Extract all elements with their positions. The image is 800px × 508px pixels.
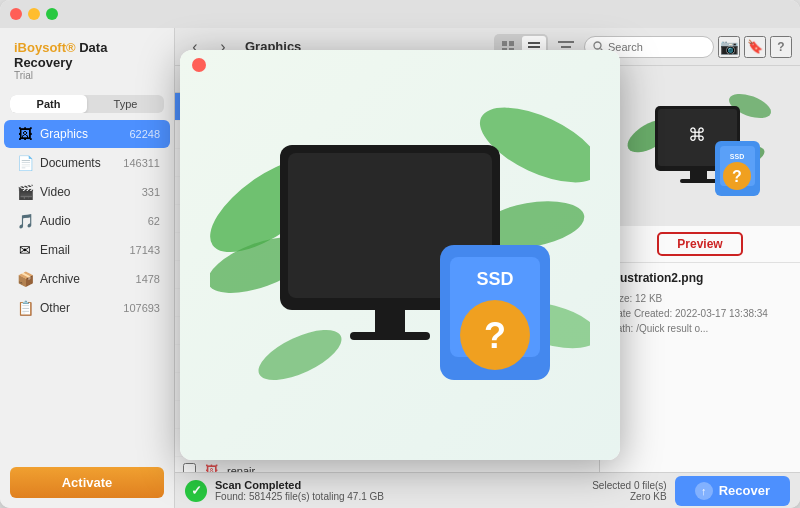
- preview-file-name: illustration2.png: [610, 271, 790, 285]
- svg-point-10: [594, 42, 601, 49]
- activate-button[interactable]: Activate: [10, 467, 164, 498]
- recover-button[interactable]: ↑ Recover: [675, 476, 790, 506]
- sidebar-item-video-label: Video: [40, 185, 142, 199]
- video-icon: 🎬: [16, 183, 34, 201]
- preview-popup: SSD ?: [180, 50, 620, 460]
- sidebar-item-archive-count: 1478: [136, 273, 160, 285]
- sidebar-item-email-count: 17143: [129, 244, 160, 256]
- file-name-cell: repair-...: [227, 465, 391, 473]
- sidebar-item-audio[interactable]: 🎵 Audio 62: [4, 207, 170, 235]
- svg-text:SSD: SSD: [730, 153, 744, 160]
- status-bar: ✓ Scan Completed Found: 581425 file(s) t…: [175, 472, 800, 508]
- documents-icon: 📄: [16, 154, 34, 172]
- sidebar-item-audio-label: Audio: [40, 214, 148, 228]
- svg-text:⌘: ⌘: [688, 125, 706, 145]
- bookmark-button[interactable]: 🔖: [744, 36, 766, 58]
- other-icon: 📋: [16, 299, 34, 317]
- sidebar-items: 🖼 Graphics 62248 📄 Documents 146311 🎬 Vi…: [0, 119, 174, 459]
- svg-text:?: ?: [484, 315, 506, 356]
- preview-size-row: Size: 12 KB: [610, 293, 790, 304]
- scan-title: Scan Completed: [215, 479, 584, 491]
- sidebar-item-graphics-count: 62248: [129, 128, 160, 140]
- sidebar-item-audio-count: 62: [148, 215, 160, 227]
- main-window: iBoysoft® Data Recovery Trial Path Type …: [0, 0, 800, 508]
- svg-rect-0: [502, 41, 507, 46]
- recover-btn-icon: ↑: [695, 482, 713, 500]
- svg-rect-5: [528, 46, 540, 48]
- sidebar-item-documents-count: 146311: [123, 157, 160, 169]
- archive-icon: 📦: [16, 270, 34, 288]
- preview-button[interactable]: Preview: [657, 232, 742, 256]
- sidebar-item-archive-label: Archive: [40, 272, 136, 286]
- svg-rect-1: [509, 41, 514, 46]
- app-title: iBoysoft® Data Recovery: [14, 40, 160, 70]
- sidebar-item-video[interactable]: 🎬 Video 331: [4, 178, 170, 206]
- sidebar: iBoysoft® Data Recovery Trial Path Type …: [0, 28, 175, 508]
- preview-btn-row: Preview: [600, 226, 800, 263]
- svg-rect-4: [528, 42, 540, 44]
- selected-files-count: Selected 0 file(s): [592, 480, 666, 491]
- svg-rect-19: [680, 179, 717, 183]
- titlebar: [0, 0, 800, 28]
- sidebar-item-other-count: 107693: [123, 302, 160, 314]
- svg-text:?: ?: [732, 168, 742, 185]
- svg-rect-34: [350, 332, 430, 340]
- email-icon: ✉: [16, 241, 34, 259]
- selected-files-size: Zero KB: [592, 491, 666, 502]
- popup-close-button[interactable]: [192, 58, 206, 72]
- file-type-icon: 🖼: [205, 463, 223, 472]
- svg-rect-8: [561, 46, 571, 48]
- trial-label: Trial: [14, 70, 160, 81]
- path-type-tabs: Path Type: [10, 95, 164, 113]
- scan-detail: Found: 581425 file(s) totaling 47.1 GB: [215, 491, 584, 502]
- sidebar-item-email-label: Email: [40, 243, 129, 257]
- minimize-button[interactable]: [28, 8, 40, 20]
- preview-date-row: Date Created: 2022-03-17 13:38:34: [610, 308, 790, 319]
- sidebar-item-graphics-label: Graphics: [40, 127, 129, 141]
- selected-info: Selected 0 file(s) Zero KB: [592, 480, 666, 502]
- tab-type[interactable]: Type: [87, 95, 164, 113]
- audio-icon: 🎵: [16, 212, 34, 230]
- help-button[interactable]: ?: [770, 36, 792, 58]
- search-input[interactable]: [608, 41, 705, 53]
- row-checkbox[interactable]: [183, 463, 196, 473]
- close-button[interactable]: [10, 8, 22, 20]
- svg-point-30: [252, 320, 349, 391]
- sidebar-item-other[interactable]: 📋 Other 107693: [4, 294, 170, 322]
- svg-rect-18: [690, 171, 707, 179]
- sidebar-item-documents-label: Documents: [40, 156, 123, 170]
- tab-path[interactable]: Path: [10, 95, 87, 113]
- sidebar-item-graphics[interactable]: 🖼 Graphics 62248: [4, 120, 170, 148]
- preview-path-row: Path: /Quick result o...: [610, 323, 790, 334]
- graphics-icon: 🖼: [16, 125, 34, 143]
- sidebar-item-email[interactable]: ✉ Email 17143: [4, 236, 170, 264]
- preview-panel: ⌘ ? SSD: [600, 66, 800, 472]
- maximize-button[interactable]: [46, 8, 58, 20]
- popup-illustration: SSD ?: [180, 50, 620, 460]
- svg-rect-33: [375, 310, 405, 332]
- sidebar-item-video-count: 331: [142, 186, 160, 198]
- sidebar-header: iBoysoft® Data Recovery Trial: [0, 28, 174, 89]
- camera-button[interactable]: 📷: [718, 36, 740, 58]
- svg-rect-7: [558, 41, 574, 43]
- scan-info: Scan Completed Found: 581425 file(s) tot…: [215, 479, 584, 502]
- sidebar-item-archive[interactable]: 📦 Archive 1478: [4, 265, 170, 293]
- preview-illustration: ⌘ ? SSD: [620, 76, 780, 216]
- file-info: illustration2.png Size: 12 KB Date Creat…: [600, 263, 800, 472]
- preview-image-area: ⌘ ? SSD: [600, 66, 800, 226]
- popup-svg: SSD ?: [210, 65, 590, 445]
- sidebar-item-documents[interactable]: 📄 Documents 146311: [4, 149, 170, 177]
- sidebar-item-other-label: Other: [40, 301, 123, 315]
- svg-text:SSD: SSD: [476, 269, 513, 289]
- scan-complete-icon: ✓: [185, 480, 207, 502]
